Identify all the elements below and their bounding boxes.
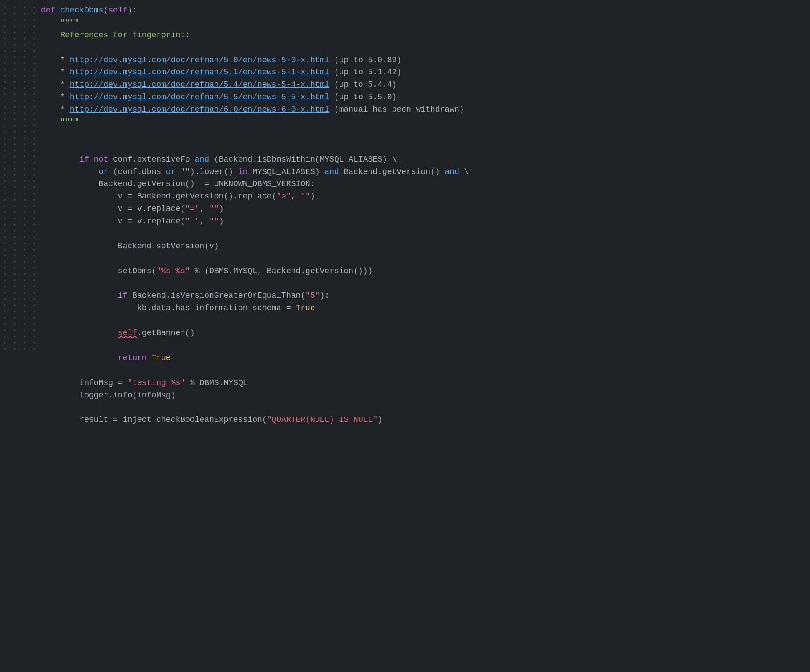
- code-line-setdbms: setDbms("%s %s" % (DBMS.MYSQL, Backend.g…: [41, 265, 801, 278]
- dot-col-2: [10, 4, 20, 668]
- code-line-link5: * http://dev.mysql.com/doc/refman/6.0/en…: [41, 104, 801, 116]
- code-line-v-replace-space: v = v.replace(" ", ""): [41, 215, 801, 228]
- code-line-blank2: [41, 129, 801, 141]
- code-line-blank7: [41, 315, 801, 327]
- code-line-blank1: [41, 42, 801, 54]
- code-line-self-getbanner: self.getBanner(): [41, 327, 801, 340]
- code-line-blank5: [41, 253, 801, 265]
- code-line-result-inject: result = inject.checkBooleanExpression("…: [41, 414, 801, 426]
- code-line-docclose: """": [41, 116, 801, 129]
- code-line-docopen: """": [41, 17, 801, 29]
- dot-col-1: [0, 4, 10, 668]
- gutter-dots: [0, 4, 39, 668]
- code-line-blank9: [41, 364, 801, 377]
- code-line-if-backend-version: if Backend.isVersionGreaterOrEqualThan("…: [41, 290, 801, 302]
- code-line-ref: References for fingerprint:: [41, 29, 801, 42]
- code-line-kb-data: kb.data.has_information_schema = True: [41, 302, 801, 315]
- code-line-blank8: [41, 340, 801, 352]
- code-line-or-line: or (conf.dbms or "").lower() in MYSQL_AL…: [41, 166, 801, 178]
- code-line-v-replace-eq: v = v.replace("=", ""): [41, 203, 801, 215]
- code-line-link2: * http://dev.mysql.com/doc/refman/5.1/en…: [41, 66, 801, 79]
- code-editor: def checkDbms(self): """" References for…: [0, 0, 810, 672]
- code-line-v-assign: v = Backend.getVersion().replace(">", ""…: [41, 190, 801, 203]
- code-line-logger: logger.info(infoMsg): [41, 389, 801, 402]
- code-line-backend-ne: Backend.getVersion() != UNKNOWN_DBMS_VER…: [41, 178, 801, 190]
- code-line-link1: * http://dev.mysql.com/doc/refman/5.0/en…: [41, 54, 801, 67]
- dot-col-3: [20, 4, 29, 668]
- code-line-def: def checkDbms(self):: [41, 4, 801, 17]
- code-line-blank10: [41, 402, 801, 414]
- code-content: def checkDbms(self): """" References for…: [39, 4, 810, 668]
- code-line-backend-setversion: Backend.setVersion(v): [41, 240, 801, 253]
- code-line-blank3: [41, 141, 801, 154]
- code-line-if-not: if not conf.extensiveFp and (Backend.isD…: [41, 154, 801, 166]
- code-line-blank6: [41, 278, 801, 290]
- code-line-return-true: return True: [41, 352, 801, 364]
- code-line-link4: * http://dev.mysql.com/doc/refman/5.5/en…: [41, 91, 801, 104]
- code-line-link3: * http://dev.mysql.com/doc/refman/5.4/en…: [41, 79, 801, 91]
- code-line-blank4: [41, 228, 801, 240]
- dot-col-4: [29, 4, 39, 668]
- code-line-infomsg: infoMsg = "testing %s" % DBMS.MYSQL: [41, 377, 801, 389]
